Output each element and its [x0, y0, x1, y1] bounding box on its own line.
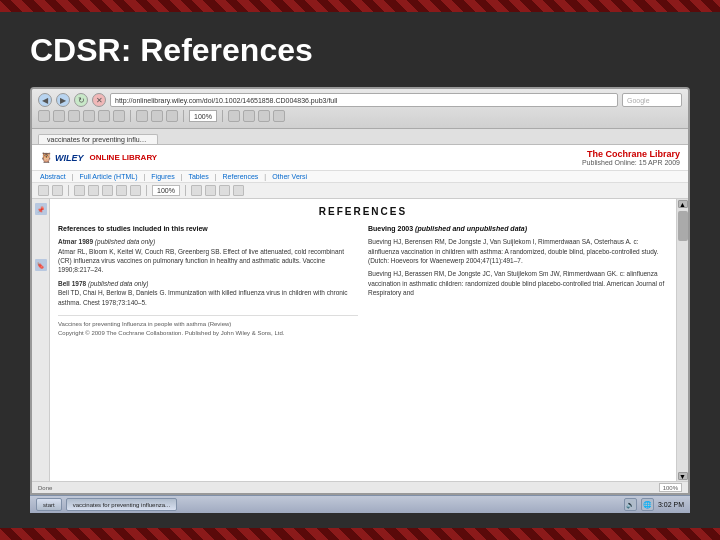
page-toolbar-icon-3[interactable] — [74, 185, 85, 196]
ref-bueving-entry1: Bueving HJ, Berensen RM, De Jongste J, V… — [368, 237, 668, 265]
references-left-column: References to studies included in this r… — [58, 224, 358, 337]
margin-icon-2[interactable]: 🔖 — [35, 259, 47, 271]
wiley-owl-icon: 🦉 — [40, 152, 52, 163]
active-window-label: vaccinates for preventing influenza... — [73, 502, 170, 508]
ref-entry-bell: Bell 1978 (published data only) Bell TD,… — [58, 279, 358, 307]
page-toolbar-icon-2[interactable] — [52, 185, 63, 196]
nav-other[interactable]: Other Versi — [272, 173, 307, 180]
left-margin: 📌 🔖 — [32, 199, 50, 481]
copyright-line1: Vaccines for preventing Influenza in peo… — [58, 320, 358, 329]
toolbar-icon-5[interactable] — [98, 110, 110, 122]
toolbar-icon-8[interactable] — [151, 110, 163, 122]
references-columns: References to studies included in this r… — [58, 224, 668, 337]
cochrane-info: The Cochrane Library Published Online: 1… — [582, 149, 680, 166]
status-zoom[interactable]: 100% — [659, 483, 682, 492]
search-placeholder: Google — [627, 97, 650, 104]
nav-full-article[interactable]: Full Article (HTML) — [80, 173, 138, 180]
page-toolbar-icon-1[interactable] — [38, 185, 49, 196]
border-top-decoration — [0, 0, 720, 12]
cochrane-library-title: The Cochrane Library — [582, 149, 680, 159]
ref-bueving-entry2: Bueving HJ, Berassen RM, De Jongste JC, … — [368, 269, 668, 297]
taskbar-right: 🔊 🌐 3:02 PM — [624, 498, 684, 511]
status-text: Done — [38, 485, 52, 491]
active-window-button[interactable]: vaccinates for preventing influenza... — [66, 498, 177, 511]
ref-bell-tag: (published data only) — [88, 280, 148, 287]
page-content: 🦉 WILEY ONLINE LIBRARY The Cochrane Libr… — [32, 145, 688, 493]
references-right-column: Bueving 2003 (published and unpublished … — [368, 224, 668, 337]
search-bar[interactable]: Google — [622, 93, 682, 107]
toolbar-icon-7[interactable] — [136, 110, 148, 122]
page-toolbar-icon-7[interactable] — [130, 185, 141, 196]
page-main: REFERENCES References to studies include… — [50, 199, 676, 481]
ref-bueving-id: Bueving 2003 — [368, 225, 415, 232]
back-button[interactable]: ◀ — [38, 93, 52, 107]
nav-abstract[interactable]: Abstract — [40, 173, 66, 180]
ref-bueving-text1: Bueving HJ, Berensen RM, De Jongste J, V… — [368, 238, 658, 264]
page-toolbar-icon-9[interactable] — [205, 185, 216, 196]
toolbar-icon-3[interactable] — [68, 110, 80, 122]
zoom-level[interactable]: 100% — [189, 110, 217, 122]
slide-content: CDSR: References ◀ ▶ ↻ ✕ http://onlineli… — [0, 12, 720, 528]
scrollbar-thumb[interactable] — [678, 211, 688, 241]
ref-left-heading: References to studies included in this r… — [58, 224, 358, 234]
toolbar-icon-9[interactable] — [166, 110, 178, 122]
active-tab[interactable]: vaccinates for preventing influenza ... — [38, 134, 158, 144]
scrollbar-up-button[interactable]: ▲ — [678, 200, 688, 208]
page-toolbar-icon-6[interactable] — [116, 185, 127, 196]
toolbar-sep-1 — [68, 185, 69, 196]
toolbar-icon-1[interactable] — [38, 110, 50, 122]
taskbar-icon-2[interactable]: 🌐 — [641, 498, 654, 511]
page-toolbar-icon-8[interactable] — [191, 185, 202, 196]
page-zoom[interactable]: 100% — [152, 185, 180, 196]
address-bar[interactable]: http://onlinelibrary.wiley.com/doi/10.10… — [110, 93, 618, 107]
nav-tables[interactable]: Tables — [188, 173, 208, 180]
margin-icon-1[interactable]: 📌 — [35, 203, 47, 215]
browser-toolbar-row1: ◀ ▶ ↻ ✕ http://onlinelibrary.wiley.com/d… — [38, 93, 682, 107]
stop-button[interactable]: ✕ — [92, 93, 106, 107]
page-navigation: Abstract | Full Article (HTML) | Figures… — [32, 171, 688, 183]
toolbar-sep-3 — [185, 185, 186, 196]
toolbar-separator — [130, 110, 131, 122]
nav-references[interactable]: References — [223, 173, 259, 180]
toolbar-icon-13[interactable] — [273, 110, 285, 122]
reload-button[interactable]: ↻ — [74, 93, 88, 107]
ref-right-heading: Bueving 2003 (published and unpublished … — [368, 224, 668, 234]
online-library-label: ONLINE LIBRARY — [90, 153, 158, 162]
slide-title: CDSR: References — [30, 32, 690, 69]
vertical-scrollbar[interactable]: ▲ ▼ — [676, 199, 688, 481]
ref-bell-id: Bell 1978 — [58, 280, 88, 287]
toolbar-sep-2 — [146, 185, 147, 196]
browser-window: ◀ ▶ ↻ ✕ http://onlinelibrary.wiley.com/d… — [30, 87, 690, 495]
browser-tabs: vaccinates for preventing influenza ... — [32, 129, 688, 145]
forward-button[interactable]: ▶ — [56, 93, 70, 107]
ref-entry-atmar: Atmar 1989 (published data only) Atmar R… — [58, 237, 358, 275]
toolbar-icon-10[interactable] — [228, 110, 240, 122]
ref-atmar-tag: (published data only) — [95, 238, 155, 245]
border-bottom-decoration — [0, 528, 720, 540]
ref-atmar-id: Atmar 1989 — [58, 238, 95, 245]
toolbar-icon-11[interactable] — [243, 110, 255, 122]
copyright-block: Vaccines for preventing Influenza in peo… — [58, 315, 358, 337]
toolbar-icon-2[interactable] — [53, 110, 65, 122]
cochrane-published-date: Published Online: 15 APR 2009 — [582, 159, 680, 166]
page-toolbar-icon-5[interactable] — [102, 185, 113, 196]
taskbar-icon-1[interactable]: 🔊 — [624, 498, 637, 511]
copyright-line2: Copyright © 2009 The Cochrane Collaborat… — [58, 329, 358, 338]
page-scroll-area: 📌 🔖 REFERENCES References to studies inc… — [32, 199, 688, 481]
ref-bueving-tag: (published and unpublished data) — [415, 225, 527, 232]
toolbar-icon-4[interactable] — [83, 110, 95, 122]
page-toolbar-icon-10[interactable] — [219, 185, 230, 196]
toolbar-icon-12[interactable] — [258, 110, 270, 122]
wiley-header: 🦉 WILEY ONLINE LIBRARY The Cochrane Libr… — [32, 145, 688, 171]
wiley-logo-text: WILEY — [55, 153, 84, 163]
browser-chrome: ◀ ▶ ↻ ✕ http://onlinelibrary.wiley.com/d… — [32, 89, 688, 129]
scrollbar-down-button[interactable]: ▼ — [678, 472, 688, 480]
wiley-logo: 🦉 WILEY ONLINE LIBRARY — [40, 152, 157, 163]
start-button[interactable]: start — [36, 498, 62, 511]
browser-toolbar-row2: 100% — [38, 110, 682, 122]
page-toolbar-icon-4[interactable] — [88, 185, 99, 196]
page-toolbar-icon-11[interactable] — [233, 185, 244, 196]
toolbar-icon-6[interactable] — [113, 110, 125, 122]
nav-figures[interactable]: Figures — [151, 173, 174, 180]
ref-atmar-text: Atmar RL, Bloom K, Keitel W, Couch RB, G… — [58, 248, 344, 274]
